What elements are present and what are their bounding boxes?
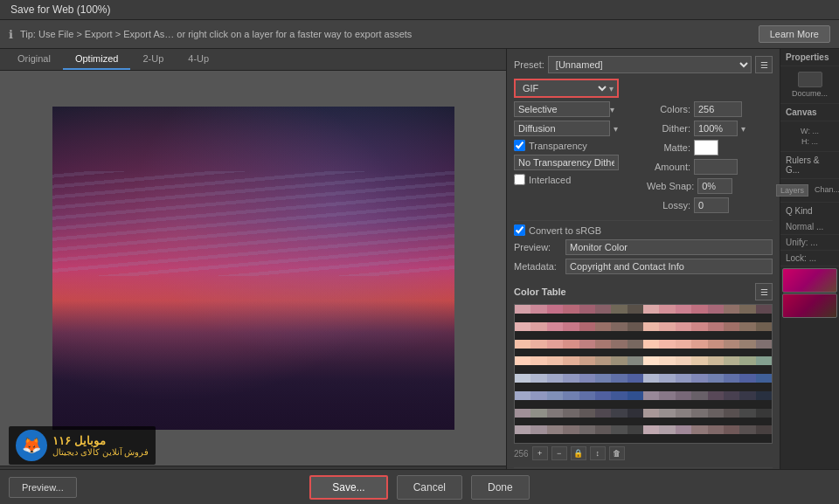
color-cell[interactable] [676, 322, 691, 331]
format-select[interactable]: GIF [519, 82, 609, 94]
color-cell[interactable] [691, 305, 707, 314]
color-cell[interactable] [611, 391, 627, 400]
color-cell[interactable] [643, 356, 659, 365]
websnap-input[interactable] [697, 178, 732, 194]
color-cell[interactable] [628, 425, 643, 434]
color-cell[interactable] [739, 340, 755, 349]
tab-optimized[interactable]: Optimized [63, 49, 131, 70]
color-cell[interactable] [595, 425, 611, 434]
color-cell[interactable] [691, 322, 707, 331]
color-cell[interactable] [515, 322, 530, 331]
matte-color-swatch[interactable] [694, 140, 718, 155]
done-button[interactable]: Done [471, 475, 530, 500]
color-cell[interactable] [611, 374, 627, 383]
layer-item-1[interactable] [782, 268, 837, 293]
color-cell[interactable] [739, 374, 755, 383]
color-cell[interactable] [739, 425, 755, 434]
color-cell[interactable] [643, 322, 659, 331]
color-cell[interactable] [724, 409, 739, 418]
color-cell[interactable] [643, 340, 659, 349]
color-cell[interactable] [739, 305, 755, 314]
color-cell[interactable] [676, 425, 691, 434]
color-cell[interactable] [739, 356, 755, 365]
color-cell[interactable] [563, 356, 579, 365]
save-button[interactable]: Save... [309, 475, 387, 500]
color-cell[interactable] [659, 374, 675, 383]
color-cell[interactable] [611, 305, 627, 314]
color-cell[interactable] [563, 391, 579, 400]
color-cell[interactable] [579, 356, 595, 365]
learn-more-button[interactable]: Learn More [759, 25, 830, 43]
color-cell[interactable] [530, 305, 546, 314]
color-cell[interactable] [595, 356, 611, 365]
color-cell[interactable] [595, 391, 611, 400]
preview-select[interactable]: Monitor Color [565, 239, 773, 255]
color-cell[interactable] [659, 356, 675, 365]
color-cell[interactable] [676, 305, 691, 314]
color-cell[interactable] [691, 374, 707, 383]
color-cell[interactable] [691, 425, 707, 434]
color-cell[interactable] [708, 340, 724, 349]
color-cell[interactable] [756, 391, 772, 400]
color-cell[interactable] [691, 391, 707, 400]
color-cell[interactable] [563, 425, 579, 434]
color-cell[interactable] [628, 391, 643, 400]
color-cell[interactable] [547, 340, 563, 349]
color-cell[interactable] [530, 425, 546, 434]
no-transparency-select[interactable]: No Transparency Dither [514, 155, 619, 170]
color-cell[interactable] [676, 374, 691, 383]
color-cell[interactable] [724, 425, 739, 434]
preset-menu-button[interactable]: ☰ [755, 56, 773, 73]
color-cell[interactable] [676, 356, 691, 365]
preset-select[interactable]: [Unnamed] [548, 56, 752, 73]
color-cell[interactable] [628, 374, 643, 383]
color-cell[interactable] [724, 305, 739, 314]
sidebar-document-item[interactable]: Docume... [780, 66, 839, 104]
color-cell[interactable] [659, 409, 675, 418]
color-cell[interactable] [530, 356, 546, 365]
chan-tab[interactable]: Chan... [811, 184, 839, 197]
color-cell[interactable] [579, 374, 595, 383]
color-cell[interactable] [547, 425, 563, 434]
layers-tab[interactable]: Layers [776, 184, 808, 197]
color-cell[interactable] [676, 391, 691, 400]
color-cell[interactable] [676, 340, 691, 349]
color-cell[interactable] [659, 425, 675, 434]
color-cell[interactable] [595, 305, 611, 314]
tab-2up[interactable]: 2-Up [130, 49, 176, 70]
color-cell[interactable] [611, 340, 627, 349]
color-cell[interactable] [530, 409, 546, 418]
cancel-button[interactable]: Cancel [397, 475, 462, 500]
color-cell[interactable] [724, 340, 739, 349]
color-cell[interactable] [515, 340, 530, 349]
interlaced-checkbox[interactable] [514, 174, 525, 185]
color-cell[interactable] [628, 409, 643, 418]
color-cell[interactable] [530, 374, 546, 383]
amount-input[interactable] [694, 159, 738, 175]
color-cell[interactable] [579, 391, 595, 400]
convert-srgb-checkbox[interactable] [514, 224, 525, 236]
color-cell[interactable] [756, 356, 772, 365]
color-cell[interactable] [724, 374, 739, 383]
color-cell[interactable] [563, 374, 579, 383]
color-cell[interactable] [579, 305, 595, 314]
color-cell[interactable] [724, 322, 739, 331]
preview-button[interactable]: Preview... [9, 477, 77, 498]
color-cell[interactable] [530, 340, 546, 349]
color-remove-button[interactable]: − [551, 446, 567, 460]
tab-4up[interactable]: 4-Up [176, 49, 221, 70]
color-cell[interactable] [579, 409, 595, 418]
color-cell[interactable] [515, 391, 530, 400]
color-cell[interactable] [530, 391, 546, 400]
color-cell[interactable] [515, 425, 530, 434]
color-cell[interactable] [691, 340, 707, 349]
color-cell[interactable] [691, 409, 707, 418]
color-cell[interactable] [628, 340, 643, 349]
color-cell[interactable] [563, 409, 579, 418]
color-cell[interactable] [515, 409, 530, 418]
color-cell[interactable] [611, 322, 627, 331]
color-cell[interactable] [708, 374, 724, 383]
color-cell[interactable] [756, 340, 772, 349]
color-cell[interactable] [756, 409, 772, 418]
color-cell[interactable] [708, 305, 724, 314]
